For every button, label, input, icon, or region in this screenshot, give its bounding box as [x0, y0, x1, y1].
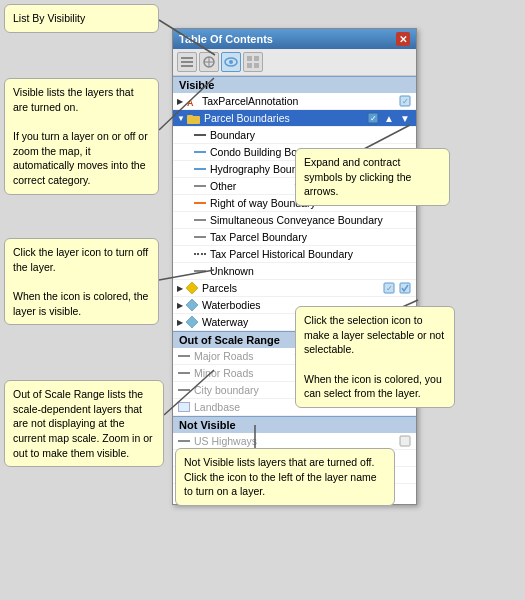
callout-not-visible: Not Visible lists layers that are turned…: [175, 448, 395, 506]
callout6-text: Click the selection icon to make a layer…: [304, 314, 444, 399]
svg-text:✓: ✓: [386, 284, 393, 293]
svg-rect-9: [181, 65, 193, 67]
diamond-icon: [185, 281, 199, 295]
line-icon: [193, 213, 207, 227]
layer-actions: ✓ ▲ ▼: [366, 111, 412, 125]
svg-rect-23: [187, 115, 193, 118]
layer-unknown[interactable]: Unknown: [173, 263, 416, 280]
callout7-text: Not Visible lists layers that are turned…: [184, 456, 377, 497]
expand-arrow[interactable]: ▼: [177, 114, 185, 123]
expand-arrow[interactable]: ▶: [177, 97, 183, 106]
toc-content: Visible ▶ A TaxParcelAnnotation ✓: [173, 76, 416, 504]
expand-collapse[interactable]: ▲: [382, 111, 396, 125]
callout3-text: Click the layer icon to turn off the lay…: [13, 246, 148, 317]
toc-window: Table Of Contents ✕: [172, 28, 417, 505]
toc-titlebar: Table Of Contents ✕: [173, 29, 416, 49]
callout-layer-icon: Click the layer icon to turn off the lay…: [4, 238, 159, 325]
line-icon: [193, 230, 207, 244]
expand-arrow[interactable]: ▶: [177, 301, 183, 310]
line-icon: [193, 264, 207, 278]
layer-boundary[interactable]: Boundary: [173, 127, 416, 144]
layer-actions: [398, 434, 412, 448]
line-icon: [193, 162, 207, 176]
svg-text:✓: ✓: [370, 114, 377, 123]
diamond-icon: [185, 298, 199, 312]
toolbar-btn-2[interactable]: [199, 52, 219, 72]
folder-icon: [187, 111, 201, 125]
line-icon: [193, 196, 207, 210]
callout-out-of-scale: Out of Scale Range lists the scale-depen…: [4, 380, 164, 467]
line-icon: [193, 179, 207, 193]
section-not-visible: Not Visible: [173, 416, 416, 433]
svg-marker-26: [186, 282, 198, 294]
line-icon: [177, 434, 191, 448]
section-visible: Visible: [173, 76, 416, 93]
layer-name: Unknown: [210, 265, 412, 277]
callout-selection-icon: Click the selection icon to make a layer…: [295, 306, 455, 408]
callout2-text: Visible lists the layers that are turned…: [13, 86, 148, 186]
line-icon: [193, 247, 207, 261]
select-toggle[interactable]: [398, 281, 412, 295]
layer-name: Parcels: [202, 282, 378, 294]
layer-name: TaxParcelAnnotation: [202, 95, 394, 107]
visibility-toggle[interactable]: ✓: [366, 111, 380, 125]
layer-name: Boundary: [210, 129, 412, 141]
line-icon: [177, 349, 191, 363]
visibility-toggle[interactable]: ✓: [398, 94, 412, 108]
close-button[interactable]: ✕: [396, 32, 410, 46]
svg-text:✓: ✓: [402, 97, 409, 106]
layer-tax-hist-boundary[interactable]: Tax Parcel Historical Boundary: [173, 246, 416, 263]
svg-rect-15: [247, 56, 252, 61]
toc-toolbar: [173, 49, 416, 76]
svg-text:A: A: [187, 98, 194, 108]
layer-simult-boundary[interactable]: Simultaneous Conveyance Boundary: [173, 212, 416, 229]
svg-rect-29: [400, 283, 410, 293]
toc-title: Table Of Contents: [179, 33, 273, 45]
expand-arrow[interactable]: ▶: [177, 318, 183, 327]
callout5-text: Expand and contract symbols by clicking …: [304, 156, 411, 197]
visibility-toggle[interactable]: [398, 434, 412, 448]
svg-rect-7: [181, 57, 193, 59]
layer-parcels[interactable]: ▶ Parcels ✓: [173, 280, 416, 297]
layer-name: Tax Parcel Historical Boundary: [210, 248, 412, 260]
layer-tax-parcel-boundary[interactable]: Tax Parcel Boundary: [173, 229, 416, 246]
svg-point-14: [229, 60, 233, 64]
layer-name: Parcel Boundaries: [204, 112, 362, 124]
layer-name: Simultaneous Conveyance Boundary: [210, 214, 412, 226]
line-icon: [177, 366, 191, 380]
callout1-text: List By Visibility: [13, 12, 85, 24]
diamond-icon: [185, 315, 199, 329]
line-icon: [193, 128, 207, 142]
toolbar-btn-1[interactable]: [177, 52, 197, 72]
callout-visible: Visible lists the layers that are turned…: [4, 78, 159, 195]
line-icon: [177, 383, 191, 397]
svg-rect-32: [400, 436, 410, 446]
layer-parcel-boundaries[interactable]: ▼ Parcel Boundaries ✓ ▲ ▼: [173, 110, 416, 127]
layer-name: Tax Parcel Boundary: [210, 231, 412, 243]
callout-expand-contract: Expand and contract symbols by clicking …: [295, 148, 450, 206]
visibility-toggle[interactable]: ✓: [382, 281, 396, 295]
layer-name: US Highways: [194, 435, 394, 447]
expand-arrow[interactable]: ▶: [177, 284, 183, 293]
expand-more[interactable]: ▼: [398, 111, 412, 125]
svg-rect-8: [181, 61, 193, 63]
layer-actions: ✓: [398, 94, 412, 108]
polygon-icon: [177, 400, 191, 414]
toolbar-btn-4[interactable]: [243, 52, 263, 72]
svg-rect-17: [247, 63, 252, 68]
layer-actions: ✓: [382, 281, 412, 295]
annotation-icon: A: [185, 94, 199, 108]
svg-marker-31: [186, 316, 198, 328]
svg-marker-30: [186, 299, 198, 311]
line-icon: [193, 145, 207, 159]
layer-taxparcelannotation[interactable]: ▶ A TaxParcelAnnotation ✓: [173, 93, 416, 110]
callout4-text: Out of Scale Range lists the scale-depen…: [13, 388, 152, 459]
toolbar-btn-visibility[interactable]: [221, 52, 241, 72]
callout-list-by-visibility: List By Visibility: [4, 4, 159, 33]
svg-rect-16: [254, 56, 259, 61]
svg-rect-18: [254, 63, 259, 68]
